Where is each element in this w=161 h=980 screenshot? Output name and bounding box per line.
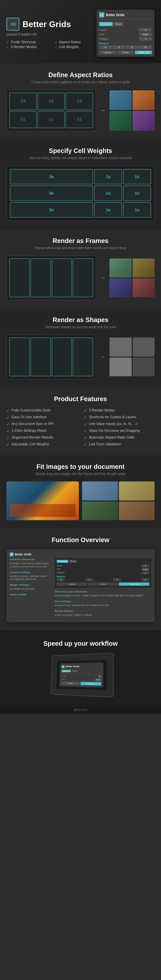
tab-rows[interactable]: Rows (114, 22, 123, 26)
feature-label: Guide Shortcuts (11, 40, 36, 44)
feature-unit-values: ✓ Unit Value Inputs (px, in, %, ...) (84, 422, 155, 426)
fn-tabs[interactable]: Columns Rows (57, 560, 149, 563)
workflow-title: Speed up your workflow (6, 640, 155, 648)
panel-tabs[interactable]: Columns Rows (99, 22, 152, 26)
fn-count-label: Count (57, 565, 63, 567)
fn-create-btn[interactable]: Create Grid (119, 582, 149, 585)
panel-row-count: Count 3 (99, 28, 152, 32)
shapes-left (6, 335, 96, 379)
weight-cell-1-1: 1x (94, 186, 122, 201)
feature-label: 1-Click Settings Reset (12, 428, 46, 433)
check-icon: ✓ (6, 415, 9, 420)
fn-guides-width-title: Guides width: (9, 593, 52, 596)
weights-input[interactable]: 1 (139, 37, 152, 41)
feature-3-render-modes: ✓ 3 Render Modes (84, 408, 155, 413)
weights-demo: 3x 1x 1x 3x 1x 1x 3x 1x 1x (6, 165, 155, 221)
photo-cell-2 (133, 90, 155, 110)
feature-label: Organized Render Results (12, 435, 54, 439)
fn-margin-text: set margins for your grid (9, 587, 52, 590)
margin-top-input[interactable]: 0 (99, 46, 112, 49)
delete-button[interactable]: Delete (117, 51, 134, 54)
shapes-right (109, 337, 155, 376)
device-size[interactable]: Auto (95, 678, 101, 681)
check-icon: ✓ (84, 409, 87, 413)
device-update-btn[interactable]: Update (61, 681, 80, 685)
check-icon: ✓ (84, 422, 87, 426)
fn-weights-value[interactable]: 1 (141, 571, 149, 574)
feature-label: Shortcuts for Guides & Layers (89, 415, 136, 419)
app-logo-icon: ≡G (6, 18, 19, 31)
margin-bottom-input[interactable]: 0 (126, 46, 139, 49)
fn-delete-btn[interactable]: Delete (88, 582, 118, 585)
count-input[interactable]: 3 (139, 28, 152, 32)
feature-label: Automatic Aspect Ratio Cells (89, 435, 134, 439)
weight-cell-0-0: 3x (10, 169, 93, 184)
fn-margin-settings: Margin Settings: set margins for your gr… (9, 584, 52, 590)
frames-result-grid (109, 258, 155, 297)
function-overview-section: Function Overview ≡G Better Grids Guidel… (0, 528, 161, 630)
panel-titlebar: ≡G Better Grids (99, 12, 152, 19)
function-main-panel: Columns Rows Count 3 Size Auto Weights 1 (55, 558, 152, 619)
fit-left-image (6, 482, 79, 520)
fn-buttons: Update Delete Create Grid (57, 582, 149, 585)
check-icon: ✓ (6, 409, 9, 413)
fn-render-modes-text: renders as guides, shapes, or frames (55, 613, 152, 617)
update-button[interactable]: Update (99, 51, 116, 54)
grid-cell-1: 2:3 (38, 92, 65, 110)
fn-right-annotations: Selected Layers Shortcuts: if selected l… (55, 590, 152, 616)
device-create-btn[interactable]: Create Grid (80, 682, 101, 686)
fn-guideline-title: Guideline Shortcuts: (9, 558, 52, 561)
fn-tab-columns[interactable]: Columns (57, 560, 68, 563)
feature-easy-interface: ✓ Easy-To-Use Interface (6, 415, 77, 420)
device-count[interactable]: 3 (98, 675, 101, 678)
frame-cell-2 (31, 258, 51, 297)
feature-guide-shortcuts: ✓ Guide Shortcuts (6, 40, 48, 44)
render-shapes-subtitle: Generates shapes so you can easily edit … (6, 325, 155, 329)
check-icon: ✓ (84, 429, 87, 433)
function-panel: ≡G Better Grids Guideline Shortcuts: set… (6, 549, 155, 622)
device-tab-cols[interactable]: Columns (62, 670, 71, 672)
shape-result-1 (109, 337, 132, 356)
render-frames-subtitle: Frames allow drag and drop inside them (… (6, 246, 155, 250)
panel-title: Better Grids (106, 13, 125, 17)
create-grid-button[interactable]: Create Grid (135, 51, 152, 54)
device-panel: ≡G Better Grids Columns Rows Count 3 Siz… (59, 662, 103, 688)
panel-row-size: Size Auto (99, 33, 152, 36)
grid-cell-5: 2:1 (66, 111, 93, 129)
fit-cell-3 (82, 501, 118, 520)
margin-right-input[interactable]: 0 (112, 46, 125, 49)
shape-result-2 (133, 337, 155, 356)
count-label: Count (99, 29, 106, 31)
fn-margin-r[interactable]: 0 (85, 578, 93, 581)
weight-cell-0-2: 1x (123, 169, 151, 184)
fn-count-value[interactable]: 3 (141, 565, 149, 567)
frames-result (109, 258, 155, 297)
fn-margin-b[interactable]: 0 (113, 578, 121, 581)
fn-margins-row: 0 0 0 0 (57, 578, 149, 581)
aspect-grid-demo: 2:3 2:3 2:3 2:1 2:1 2:1 (6, 90, 96, 131)
device-tab-rows[interactable]: Rows (71, 670, 79, 672)
fn-selected-layers-title: Selected Layers Shortcuts: (55, 590, 152, 593)
frame-result-1 (109, 258, 132, 277)
fit-images-subtitle: Simply drag your images into the frames … (6, 472, 155, 476)
size-input[interactable]: Auto (139, 33, 152, 36)
tab-columns[interactable]: Columns (99, 22, 113, 26)
fn-size-value[interactable]: Auto (141, 568, 149, 571)
device-logo: ≡G (62, 665, 65, 668)
shapes-result-grid (109, 337, 155, 376)
hero-section: ≡G Better Grids Layout Creation Kit ✓ Gu… (0, 0, 161, 63)
feature-label: Cell Weights (59, 45, 79, 49)
fn-tab-rows[interactable]: Rows (69, 560, 77, 563)
fn-margin-l[interactable]: 0 (141, 578, 149, 581)
weight-cell-0-1: 1x (94, 169, 122, 184)
feature-label: 3 Render Modes (89, 408, 115, 412)
device-divider (62, 673, 101, 674)
fn-update-btn[interactable]: Update (57, 582, 87, 585)
hero-logo: ≡G Better Grids (6, 18, 96, 31)
fit-right-grid (82, 482, 155, 520)
margin-left-input[interactable]: 0 (139, 46, 152, 49)
fn-guides-width: Guides width: (9, 593, 52, 596)
fn-size-label: Size (57, 568, 61, 571)
fn-margin-t[interactable]: 0 (57, 578, 65, 581)
shapes-demo: → (6, 335, 155, 379)
